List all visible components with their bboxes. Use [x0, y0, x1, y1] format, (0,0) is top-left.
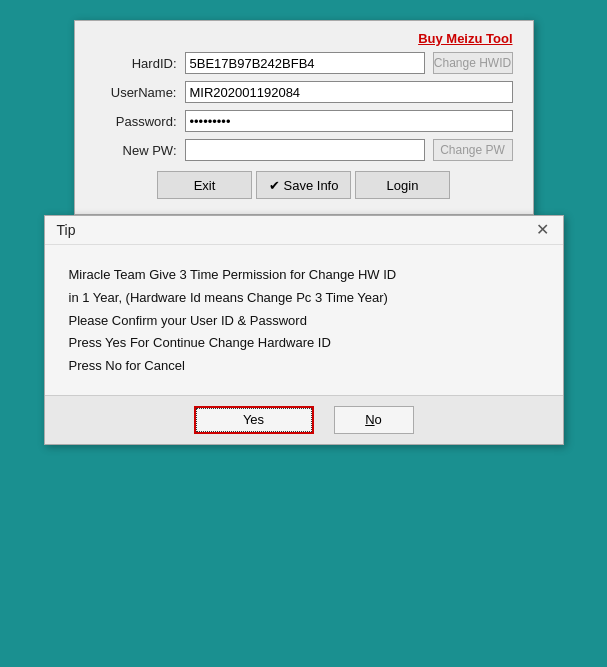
- tip-message-line-3: Please Confirm your User ID & Password: [69, 311, 539, 332]
- login-button[interactable]: Login: [355, 171, 450, 199]
- newpw-input[interactable]: [185, 139, 425, 161]
- username-label: UserName:: [95, 85, 185, 100]
- tip-title: Tip: [57, 222, 76, 238]
- save-info-check-icon: ✔: [269, 178, 280, 193]
- tip-footer: Yes No: [45, 395, 563, 444]
- tip-titlebar: Tip ✕: [45, 216, 563, 245]
- buy-meizu-link[interactable]: Buy Meizu Tool: [95, 31, 513, 46]
- save-info-label: Save Info: [284, 178, 339, 193]
- tip-content: Miracle Team Give 3 Time Permission for …: [45, 245, 563, 395]
- change-pw-button[interactable]: Change PW: [433, 139, 513, 161]
- password-input[interactable]: [185, 110, 513, 132]
- change-hwid-button[interactable]: Change HWID: [433, 52, 513, 74]
- password-row: Password:: [95, 110, 513, 132]
- username-row: UserName:: [95, 81, 513, 103]
- tip-dialog: Tip ✕ Miracle Team Give 3 Time Permissio…: [44, 215, 564, 445]
- yes-button[interactable]: Yes: [194, 406, 314, 434]
- newpw-row: New PW: Change PW: [95, 139, 513, 161]
- tip-message-line-2: in 1 Year, (Hardware Id means Change Pc …: [69, 288, 539, 309]
- no-button[interactable]: No: [334, 406, 414, 434]
- tip-message-line-1: Miracle Team Give 3 Time Permission for …: [69, 265, 539, 286]
- hardid-label: HardID:: [95, 56, 185, 71]
- password-label: Password:: [95, 114, 185, 129]
- exit-button[interactable]: Exit: [157, 171, 252, 199]
- hardid-input[interactable]: [185, 52, 425, 74]
- save-info-button[interactable]: ✔ Save Info: [256, 171, 351, 199]
- username-input[interactable]: [185, 81, 513, 103]
- hardid-row: HardID: Change HWID: [95, 52, 513, 74]
- login-panel: Buy Meizu Tool HardID: Change HWID UserN…: [74, 20, 534, 215]
- bottom-buttons-group: Exit ✔ Save Info Login: [95, 171, 513, 199]
- tip-message-line-4: Press Yes For Continue Change Hardware I…: [69, 333, 539, 354]
- newpw-label: New PW:: [95, 143, 185, 158]
- tip-message-line-5: Press No for Cancel: [69, 356, 539, 377]
- close-dialog-button[interactable]: ✕: [532, 222, 553, 238]
